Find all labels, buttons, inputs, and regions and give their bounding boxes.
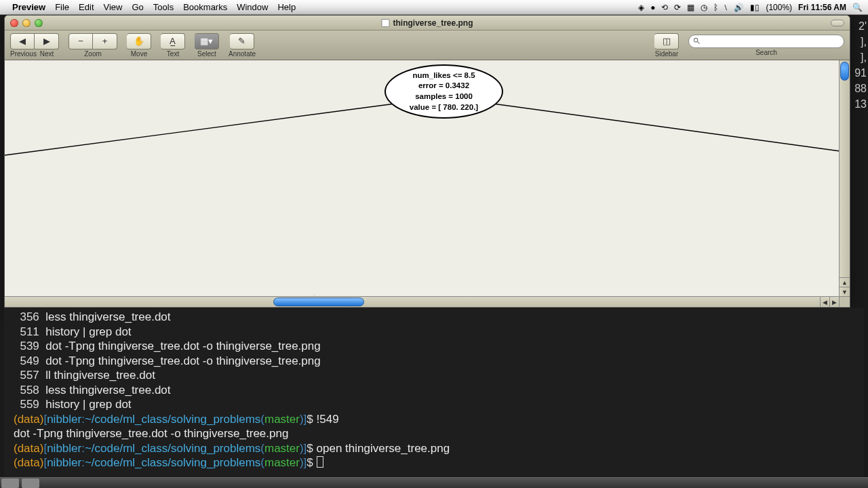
search-input[interactable] [688, 35, 844, 48]
svg-point-0 [694, 38, 698, 42]
titlebar[interactable]: thingiverse_tree.png [5, 16, 850, 30]
sidebar-button[interactable]: ◫ [654, 33, 679, 49]
svg-line-2 [5, 104, 395, 155]
close-button[interactable] [10, 19, 18, 27]
zoom-in-button[interactable]: + [93, 33, 117, 49]
menu-go[interactable]: Go [132, 2, 143, 12]
status-area: ◈ ● ⟲ ⟳ ▦ ◷ ᛒ ⧵ 🔊 ▮▯ (100%) Fri 11:56 AM… [638, 3, 863, 12]
background-editor-peek: 2' ], ], 91 88 13 [852, 20, 868, 110]
file-icon [381, 19, 389, 27]
dropbox-icon[interactable]: ◈ [638, 3, 644, 12]
preview-window: thingiverse_tree.png ◀ ▶ PreviousNext − … [4, 15, 850, 308]
menu-file[interactable]: File [55, 2, 69, 12]
dock[interactable] [0, 477, 868, 488]
terminal[interactable]: 356 less thingiverse_tree.dot 511 histor… [4, 308, 864, 477]
cloud-icon[interactable]: ● [650, 3, 655, 12]
menubar: Preview File Edit View Go Tools Bookmark… [0, 0, 868, 15]
toolbar: ◀ ▶ PreviousNext − + Zoom ✋ Move A̲ Text… [5, 30, 850, 60]
resize-corner[interactable] [839, 296, 850, 307]
menu-tools[interactable]: Tools [153, 2, 174, 12]
display-icon[interactable]: ▦ [687, 3, 694, 12]
window-title: thingiverse_tree.png [381, 18, 473, 28]
dock-app-icon[interactable] [22, 479, 39, 488]
move-tool-button[interactable]: ✋ [127, 33, 151, 49]
vscroll-thumb[interactable] [840, 62, 849, 81]
wifi-icon[interactable]: ⧵ [724, 3, 728, 12]
bluetooth-icon[interactable]: ᛒ [713, 3, 718, 12]
menu-bookmarks[interactable]: Bookmarks [183, 2, 227, 12]
scroll-down-button[interactable]: ▼ [840, 287, 850, 296]
annotate-tool-button[interactable]: ✎ [230, 33, 254, 49]
zoom-out-button[interactable]: − [68, 33, 93, 49]
svg-line-3 [493, 104, 839, 151]
text-tool-button[interactable]: A̲ [161, 33, 185, 49]
sync-icon[interactable]: ⟲ [661, 3, 668, 12]
scroll-up-button[interactable]: ▲ [840, 277, 850, 287]
vertical-scrollbar[interactable]: ▲ ▼ [839, 60, 850, 296]
clock[interactable]: Fri 11:56 AM [798, 3, 846, 12]
timemachine-icon[interactable]: ◷ [701, 3, 707, 12]
toolbar-toggle-pill[interactable] [831, 20, 844, 26]
tree-root-node: num_likes <= 8.5 error = 0.3432 samples … [384, 64, 503, 119]
hscroll-thumb[interactable] [273, 298, 364, 306]
spotlight-icon[interactable]: 🔍 [852, 3, 863, 12]
refresh-icon[interactable]: ⟳ [674, 3, 681, 12]
battery-pct: (100%) [766, 3, 792, 12]
zoom-button[interactable] [35, 19, 43, 27]
minimize-button[interactable] [22, 19, 31, 27]
horizontal-scrollbar[interactable]: ◀ ▶ [5, 296, 839, 307]
menu-edit[interactable]: Edit [79, 2, 94, 12]
app-name[interactable]: Preview [12, 2, 45, 12]
previous-button[interactable]: ◀ [10, 33, 35, 49]
image-canvas[interactable]: num_likes <= 8.5 error = 0.3432 samples … [5, 60, 839, 296]
volume-icon[interactable]: 🔊 [734, 3, 744, 12]
svg-line-1 [697, 41, 699, 43]
scroll-right-button[interactable]: ▶ [829, 297, 839, 307]
menu-window[interactable]: Window [237, 2, 268, 12]
battery-icon[interactable]: ▮▯ [750, 3, 760, 12]
dock-app-icon[interactable] [1, 479, 19, 488]
menu-view[interactable]: View [104, 2, 123, 12]
next-button[interactable]: ▶ [35, 33, 59, 49]
menu-help[interactable]: Help [277, 2, 296, 12]
scroll-left-button[interactable]: ◀ [820, 297, 829, 307]
search-icon [693, 37, 701, 45]
select-tool-button[interactable]: ▦▾ [195, 33, 219, 49]
